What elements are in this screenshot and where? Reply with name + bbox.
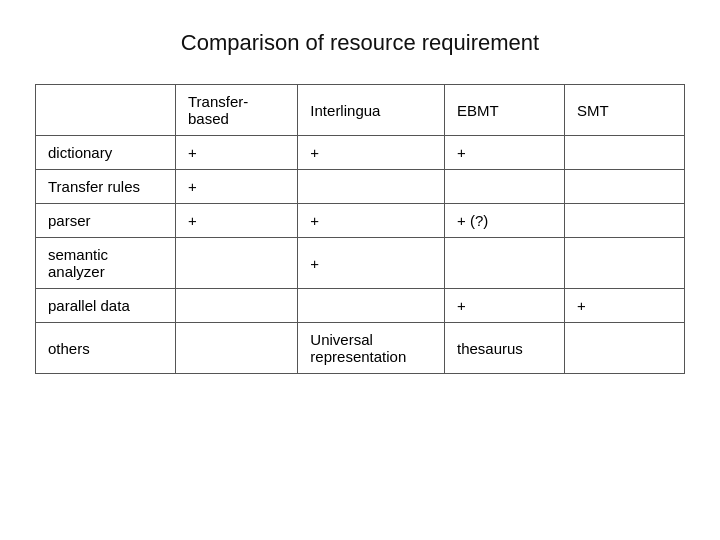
row-cell: + <box>176 204 298 238</box>
row-cell <box>444 238 564 289</box>
row-cell: + <box>444 136 564 170</box>
row-cell: + <box>298 238 445 289</box>
row-label: Transfer rules <box>36 170 176 204</box>
row-label: parser <box>36 204 176 238</box>
row-label: dictionary <box>36 136 176 170</box>
page-title: Comparison of resource requirement <box>181 30 539 56</box>
table-row: Transfer rules + <box>36 170 685 204</box>
table-row: semantic analyzer + <box>36 238 685 289</box>
row-cell: + <box>176 136 298 170</box>
header-col-1: Transfer-based <box>176 85 298 136</box>
table-row: parser + + + (?) <box>36 204 685 238</box>
row-label: semantic analyzer <box>36 238 176 289</box>
row-cell: + <box>176 170 298 204</box>
row-cell <box>176 323 298 374</box>
table-row: parallel data + + <box>36 289 685 323</box>
row-cell <box>564 323 684 374</box>
header-col-0 <box>36 85 176 136</box>
row-cell: + (?) <box>444 204 564 238</box>
row-cell: thesaurus <box>444 323 564 374</box>
row-label: others <box>36 323 176 374</box>
row-cell <box>298 170 445 204</box>
header-col-2: Interlingua <box>298 85 445 136</box>
comparison-table: Transfer-based Interlingua EBMT SMT dict… <box>35 84 685 374</box>
row-cell: + <box>298 204 445 238</box>
row-cell <box>176 289 298 323</box>
header-col-4: SMT <box>564 85 684 136</box>
row-cell <box>298 289 445 323</box>
row-cell <box>444 170 564 204</box>
row-cell <box>564 238 684 289</box>
row-cell <box>564 170 684 204</box>
row-cell <box>564 204 684 238</box>
row-cell: Universal representation <box>298 323 445 374</box>
table-row: dictionary + + + <box>36 136 685 170</box>
row-cell <box>176 238 298 289</box>
row-label: parallel data <box>36 289 176 323</box>
header-col-3: EBMT <box>444 85 564 136</box>
row-cell: + <box>444 289 564 323</box>
row-cell: + <box>564 289 684 323</box>
row-cell <box>564 136 684 170</box>
row-cell: + <box>298 136 445 170</box>
table-row: others Universal representation thesauru… <box>36 323 685 374</box>
table-header-row: Transfer-based Interlingua EBMT SMT <box>36 85 685 136</box>
